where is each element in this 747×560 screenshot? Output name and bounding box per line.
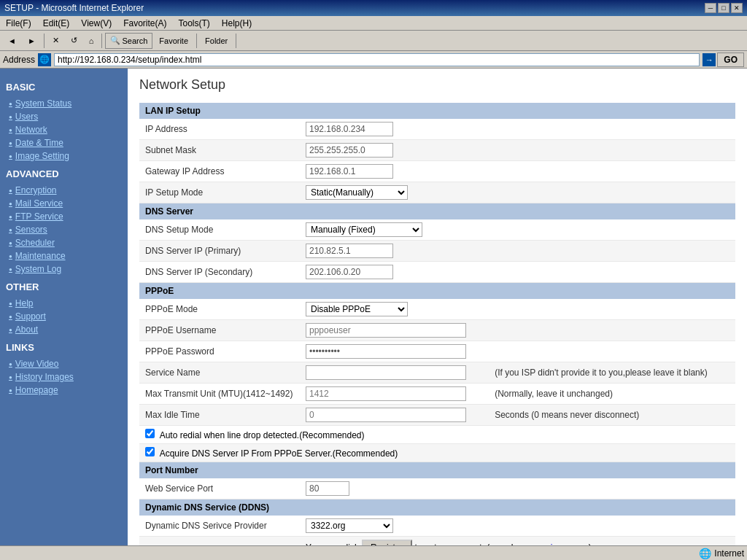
maximize-button[interactable]: □ xyxy=(718,3,729,13)
table-row: You may click Register to get an account… xyxy=(139,537,735,546)
sidebar-item-help[interactable]: ● Help xyxy=(6,297,122,310)
sidebar-item-scheduler[interactable]: ● Scheduler xyxy=(6,236,122,249)
web-port-input[interactable] xyxy=(306,481,349,496)
sidebar-item-history-images[interactable]: ● History Images xyxy=(6,370,122,384)
sidebar-item-network[interactable]: ● Network xyxy=(6,123,122,136)
pppoe-mode-select[interactable]: Disable PPPoE Enable PPPoE xyxy=(306,302,408,316)
window-title: SETUP - Microsoft Internet Explorer xyxy=(4,3,144,13)
close-button[interactable]: ✕ xyxy=(731,3,743,13)
bullet-icon: ● xyxy=(9,187,12,194)
table-row: Subnet Mask xyxy=(139,140,735,161)
back-button[interactable]: ◄ xyxy=(3,33,21,49)
search-button[interactable]: 🔍 Search xyxy=(105,33,152,49)
separator-1 xyxy=(44,34,44,48)
sidebar-item-encryption[interactable]: ● Encryption xyxy=(6,184,122,197)
mtu-field[interactable] xyxy=(300,384,489,405)
sidebar-item-homepage[interactable]: ● Homepage xyxy=(6,384,122,397)
bullet-icon: ● xyxy=(9,300,12,307)
dns-setup-mode-select[interactable]: Manually (Fixed) Dynamic xyxy=(306,222,422,237)
ddns-provider-select[interactable]: 3322.org dyndns.org xyxy=(306,518,393,533)
menu-favorite[interactable]: Favorite(A) xyxy=(120,18,169,29)
dns-primary-input[interactable] xyxy=(306,244,393,258)
subnet-mask-input[interactable] xyxy=(306,143,393,158)
max-idle-input[interactable] xyxy=(306,408,466,422)
bullet-icon: ● xyxy=(9,387,12,394)
menu-edit[interactable]: Edit(E) xyxy=(40,18,73,29)
address-input[interactable] xyxy=(54,53,700,66)
service-name-label: Service Name xyxy=(139,362,300,384)
minimize-button[interactable]: ─ xyxy=(705,3,716,13)
favorite-button[interactable]: Favorite xyxy=(154,33,193,49)
dns-secondary-input[interactable] xyxy=(306,265,393,279)
bullet-icon: ● xyxy=(9,253,12,260)
navigate-button[interactable]: → xyxy=(703,53,716,66)
folder-button[interactable]: Folder xyxy=(200,33,233,49)
pppoe-password-field[interactable] xyxy=(300,341,489,362)
subnet-mask-field[interactable] xyxy=(300,140,694,161)
max-idle-field[interactable] xyxy=(300,405,489,426)
ddns-provider-field[interactable]: 3322.org dyndns.org xyxy=(300,516,719,537)
ip-address-field[interactable] xyxy=(300,119,694,140)
sidebar-item-maintenance[interactable]: ● Maintenance xyxy=(6,249,122,262)
home-button[interactable]: ⌂ xyxy=(84,33,99,49)
auto-redial-checkbox[interactable] xyxy=(145,429,155,438)
sidebar-item-support[interactable]: ● Support xyxy=(6,310,122,323)
pppoe-mode-field[interactable]: Disable PPPoE Enable PPPoE xyxy=(300,299,489,320)
service-name-field[interactable] xyxy=(300,362,489,384)
menu-view[interactable]: View(V) xyxy=(78,18,115,29)
sidebar-item-sensors[interactable]: ● Sensors xyxy=(6,223,122,236)
lan-ip-section: LAN IP Setup IP Address Subnet Mask xyxy=(139,103,735,203)
window-controls[interactable]: ─ □ ✕ xyxy=(705,3,743,13)
pppoe-username-input[interactable] xyxy=(306,323,466,338)
menu-file[interactable]: File(F) xyxy=(3,18,34,29)
refresh-button[interactable]: ↺ xyxy=(66,33,82,49)
ip-address-input[interactable] xyxy=(306,122,393,136)
menu-help[interactable]: Help(H) xyxy=(219,18,255,29)
sidebar-item-system-status[interactable]: ● System Status xyxy=(6,97,122,110)
table-row: Acquire DNS Server IP From PPPoE Server.… xyxy=(139,444,735,462)
dns-table: DNS Setup Mode Manually (Fixed) Dynamic … xyxy=(139,219,735,283)
pppoe-password-input[interactable] xyxy=(306,344,466,359)
table-row: IP Address xyxy=(139,119,735,140)
sidebar-item-system-log[interactable]: ● System Log xyxy=(6,262,122,276)
acquire-dns-checkbox[interactable] xyxy=(145,447,155,456)
bullet-icon: ● xyxy=(9,153,12,160)
dns-setup-mode-label: DNS Setup Mode xyxy=(139,219,300,241)
bullet-icon: ● xyxy=(9,361,12,368)
ip-setup-mode-select[interactable]: Static(Manually) Dynamic(DHCP) xyxy=(306,185,408,200)
sidebar-item-view-video[interactable]: ● View Video xyxy=(6,357,122,370)
subnet-mask-label: Subnet Mask xyxy=(139,140,300,161)
sidebar-item-image-setting[interactable]: ● Image Setting xyxy=(6,149,122,163)
acquire-dns-label[interactable]: Acquire DNS Server IP From PPPoE Server.… xyxy=(145,448,398,459)
stop-button[interactable]: ✕ xyxy=(47,33,64,49)
dns-primary-field[interactable] xyxy=(300,241,699,262)
gateway-input[interactable] xyxy=(306,164,393,179)
bullet-icon: ● xyxy=(9,101,12,107)
auto-redial-label[interactable]: Auto redial when line drop detected.(Rec… xyxy=(145,430,365,440)
dns-setup-mode-field[interactable]: Manually (Fixed) Dynamic xyxy=(300,219,699,241)
sidebar-item-users[interactable]: ● Users xyxy=(6,110,122,123)
mtu-note: (Normally, leave it unchanged) xyxy=(489,384,735,405)
go-button[interactable]: GO xyxy=(717,52,744,67)
service-name-input[interactable] xyxy=(306,365,466,380)
sidebar-item-mail-service[interactable]: ● Mail Service xyxy=(6,197,122,210)
ip-setup-mode-field[interactable]: Static(Manually) Dynamic(DHCP) xyxy=(300,182,694,203)
bullet-icon: ● xyxy=(9,240,12,246)
forward-button[interactable]: ► xyxy=(23,33,41,49)
bullet-icon: ● xyxy=(9,327,12,333)
dns-secondary-field[interactable] xyxy=(300,262,699,283)
menu-tools[interactable]: Tools(T) xyxy=(176,18,213,29)
register-button[interactable]: Register xyxy=(362,540,412,545)
sidebar: BASIC ● System Status ● Users ● Network … xyxy=(0,69,128,545)
table-row: Max Transmit Unit (MTU)(1412~1492) (Norm… xyxy=(139,384,735,405)
pppoe-username-field[interactable] xyxy=(300,320,489,341)
sidebar-item-ftp-service[interactable]: ● FTP Service xyxy=(6,210,122,223)
search-icon: 🔍 xyxy=(110,36,120,45)
mtu-input[interactable] xyxy=(306,386,466,401)
web-port-field[interactable] xyxy=(300,478,659,499)
gateway-field[interactable] xyxy=(300,161,694,182)
sidebar-item-about[interactable]: ● About xyxy=(6,323,122,336)
table-row: Max Idle Time Seconds (0 means never dis… xyxy=(139,405,735,426)
sidebar-item-date-time[interactable]: ● Date & Time xyxy=(6,136,122,149)
table-row: Auto redial when line drop detected.(Rec… xyxy=(139,426,735,444)
